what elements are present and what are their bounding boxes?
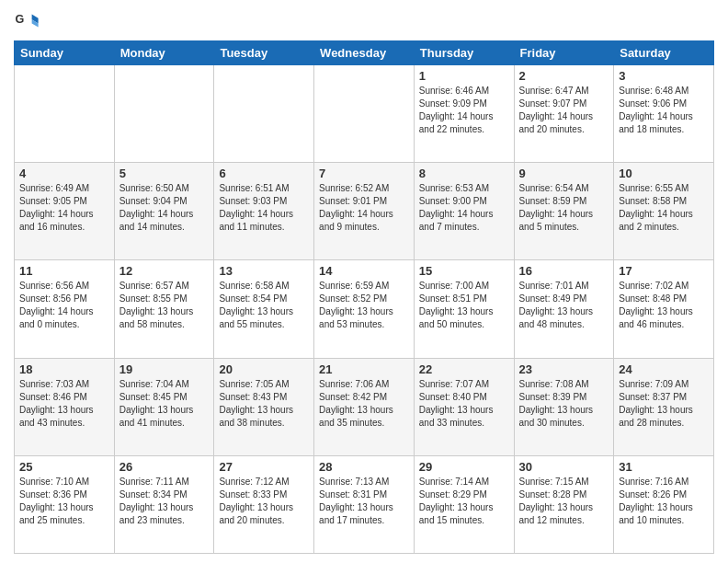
day-number: 16 xyxy=(519,264,609,278)
weekday-header-friday: Friday xyxy=(514,41,614,65)
day-cell: 2Sunrise: 6:47 AM Sunset: 9:07 PM Daylig… xyxy=(514,65,614,163)
day-cell: 25Sunrise: 7:10 AM Sunset: 8:36 PM Dayli… xyxy=(15,455,115,553)
day-info: Sunrise: 7:16 AM Sunset: 8:26 PM Dayligh… xyxy=(619,476,709,527)
day-info: Sunrise: 6:50 AM Sunset: 9:04 PM Dayligh… xyxy=(119,182,210,234)
day-info: Sunrise: 6:55 AM Sunset: 8:58 PM Dayligh… xyxy=(619,182,709,234)
day-number: 26 xyxy=(119,460,210,474)
logo-icon: G xyxy=(14,9,40,35)
day-number: 7 xyxy=(319,167,409,180)
weekday-header-monday: Monday xyxy=(114,41,214,65)
day-number: 28 xyxy=(319,460,409,474)
day-cell: 10Sunrise: 6:55 AM Sunset: 8:58 PM Dayli… xyxy=(614,163,714,260)
day-info: Sunrise: 7:08 AM Sunset: 8:39 PM Dayligh… xyxy=(519,378,609,430)
day-info: Sunrise: 7:13 AM Sunset: 8:31 PM Dayligh… xyxy=(319,476,409,527)
day-cell: 23Sunrise: 7:08 AM Sunset: 8:39 PM Dayli… xyxy=(514,358,614,455)
day-info: Sunrise: 7:05 AM Sunset: 8:43 PM Dayligh… xyxy=(219,378,309,430)
day-info: Sunrise: 7:10 AM Sunset: 8:36 PM Dayligh… xyxy=(19,476,109,527)
day-cell: 8Sunrise: 6:53 AM Sunset: 9:00 PM Daylig… xyxy=(414,163,514,260)
day-cell xyxy=(114,65,214,163)
day-number: 24 xyxy=(619,362,709,376)
day-info: Sunrise: 7:07 AM Sunset: 8:40 PM Dayligh… xyxy=(419,378,509,430)
weekday-header-wednesday: Wednesday xyxy=(314,41,415,65)
day-cell: 29Sunrise: 7:14 AM Sunset: 8:29 PM Dayli… xyxy=(414,455,514,553)
day-info: Sunrise: 6:48 AM Sunset: 9:06 PM Dayligh… xyxy=(619,85,709,136)
week-row-1: 1Sunrise: 6:46 AM Sunset: 9:09 PM Daylig… xyxy=(15,65,714,163)
day-cell xyxy=(314,65,415,163)
day-number: 12 xyxy=(119,264,210,278)
day-number: 27 xyxy=(219,460,309,474)
day-info: Sunrise: 7:02 AM Sunset: 8:48 PM Dayligh… xyxy=(619,280,709,331)
day-info: Sunrise: 7:00 AM Sunset: 8:51 PM Dayligh… xyxy=(419,280,509,331)
day-cell: 4Sunrise: 6:49 AM Sunset: 9:05 PM Daylig… xyxy=(15,163,115,260)
day-number: 4 xyxy=(19,167,109,180)
day-cell: 30Sunrise: 7:15 AM Sunset: 8:28 PM Dayli… xyxy=(514,455,614,553)
day-info: Sunrise: 6:57 AM Sunset: 8:55 PM Dayligh… xyxy=(119,280,210,331)
day-cell: 24Sunrise: 7:09 AM Sunset: 8:37 PM Dayli… xyxy=(614,358,714,455)
day-cell: 19Sunrise: 7:04 AM Sunset: 8:45 PM Dayli… xyxy=(114,358,214,455)
day-number: 30 xyxy=(519,460,609,474)
day-number: 3 xyxy=(619,69,709,83)
day-number: 8 xyxy=(419,167,509,180)
day-number: 10 xyxy=(619,167,709,180)
week-row-2: 4Sunrise: 6:49 AM Sunset: 9:05 PM Daylig… xyxy=(15,163,714,260)
day-info: Sunrise: 7:09 AM Sunset: 8:37 PM Dayligh… xyxy=(619,378,709,430)
svg-text:G: G xyxy=(15,13,24,26)
day-cell: 22Sunrise: 7:07 AM Sunset: 8:40 PM Dayli… xyxy=(414,358,514,455)
day-cell xyxy=(15,65,115,163)
day-number: 31 xyxy=(619,460,709,474)
day-number: 25 xyxy=(19,460,109,474)
day-number: 13 xyxy=(219,264,309,278)
day-info: Sunrise: 7:14 AM Sunset: 8:29 PM Dayligh… xyxy=(419,476,509,527)
day-cell: 12Sunrise: 6:57 AM Sunset: 8:55 PM Dayli… xyxy=(114,260,214,358)
day-cell: 16Sunrise: 7:01 AM Sunset: 8:49 PM Dayli… xyxy=(514,260,614,358)
header: G xyxy=(14,9,714,35)
weekday-header-sunday: Sunday xyxy=(15,41,115,65)
day-number: 5 xyxy=(119,167,210,180)
week-row-3: 11Sunrise: 6:56 AM Sunset: 8:56 PM Dayli… xyxy=(15,260,714,358)
week-row-4: 18Sunrise: 7:03 AM Sunset: 8:46 PM Dayli… xyxy=(15,358,714,455)
day-cell xyxy=(214,65,314,163)
day-number: 21 xyxy=(319,362,409,376)
weekday-header-saturday: Saturday xyxy=(614,41,714,65)
day-cell: 1Sunrise: 6:46 AM Sunset: 9:09 PM Daylig… xyxy=(414,65,514,163)
day-cell: 3Sunrise: 6:48 AM Sunset: 9:06 PM Daylig… xyxy=(614,65,714,163)
day-info: Sunrise: 6:59 AM Sunset: 8:52 PM Dayligh… xyxy=(319,280,409,331)
day-info: Sunrise: 7:04 AM Sunset: 8:45 PM Dayligh… xyxy=(119,378,210,430)
day-info: Sunrise: 7:06 AM Sunset: 8:42 PM Dayligh… xyxy=(319,378,409,430)
day-number: 15 xyxy=(419,264,509,278)
day-info: Sunrise: 6:52 AM Sunset: 9:01 PM Dayligh… xyxy=(319,182,409,234)
day-cell: 27Sunrise: 7:12 AM Sunset: 8:33 PM Dayli… xyxy=(214,455,314,553)
day-info: Sunrise: 7:03 AM Sunset: 8:46 PM Dayligh… xyxy=(19,378,109,430)
day-number: 2 xyxy=(519,69,609,83)
day-cell: 26Sunrise: 7:11 AM Sunset: 8:34 PM Dayli… xyxy=(114,455,214,553)
day-cell: 7Sunrise: 6:52 AM Sunset: 9:01 PM Daylig… xyxy=(314,163,415,260)
calendar-table: SundayMondayTuesdayWednesdayThursdayFrid… xyxy=(14,40,714,554)
day-cell: 18Sunrise: 7:03 AM Sunset: 8:46 PM Dayli… xyxy=(15,358,115,455)
day-info: Sunrise: 6:51 AM Sunset: 9:03 PM Dayligh… xyxy=(219,182,309,234)
day-info: Sunrise: 6:53 AM Sunset: 9:00 PM Dayligh… xyxy=(419,182,509,234)
day-number: 22 xyxy=(419,362,509,376)
day-cell: 21Sunrise: 7:06 AM Sunset: 8:42 PM Dayli… xyxy=(314,358,415,455)
day-number: 29 xyxy=(419,460,509,474)
day-info: Sunrise: 7:01 AM Sunset: 8:49 PM Dayligh… xyxy=(519,280,609,331)
day-cell: 9Sunrise: 6:54 AM Sunset: 8:59 PM Daylig… xyxy=(514,163,614,260)
day-info: Sunrise: 6:47 AM Sunset: 9:07 PM Dayligh… xyxy=(519,85,609,136)
day-info: Sunrise: 7:15 AM Sunset: 8:28 PM Dayligh… xyxy=(519,476,609,527)
day-cell: 28Sunrise: 7:13 AM Sunset: 8:31 PM Dayli… xyxy=(314,455,415,553)
day-number: 6 xyxy=(219,167,309,180)
week-row-5: 25Sunrise: 7:10 AM Sunset: 8:36 PM Dayli… xyxy=(15,455,714,553)
weekday-header-tuesday: Tuesday xyxy=(214,41,314,65)
day-cell: 17Sunrise: 7:02 AM Sunset: 8:48 PM Dayli… xyxy=(614,260,714,358)
logo: G xyxy=(14,9,43,35)
day-info: Sunrise: 7:12 AM Sunset: 8:33 PM Dayligh… xyxy=(219,476,309,527)
weekday-header-row: SundayMondayTuesdayWednesdayThursdayFrid… xyxy=(15,41,714,65)
day-number: 14 xyxy=(319,264,409,278)
day-info: Sunrise: 6:58 AM Sunset: 8:54 PM Dayligh… xyxy=(219,280,309,331)
day-cell: 11Sunrise: 6:56 AM Sunset: 8:56 PM Dayli… xyxy=(15,260,115,358)
day-number: 1 xyxy=(419,69,509,83)
day-info: Sunrise: 6:54 AM Sunset: 8:59 PM Dayligh… xyxy=(519,182,609,234)
day-cell: 31Sunrise: 7:16 AM Sunset: 8:26 PM Dayli… xyxy=(614,455,714,553)
day-cell: 6Sunrise: 6:51 AM Sunset: 9:03 PM Daylig… xyxy=(214,163,314,260)
day-number: 9 xyxy=(519,167,609,180)
day-info: Sunrise: 6:56 AM Sunset: 8:56 PM Dayligh… xyxy=(19,280,109,331)
